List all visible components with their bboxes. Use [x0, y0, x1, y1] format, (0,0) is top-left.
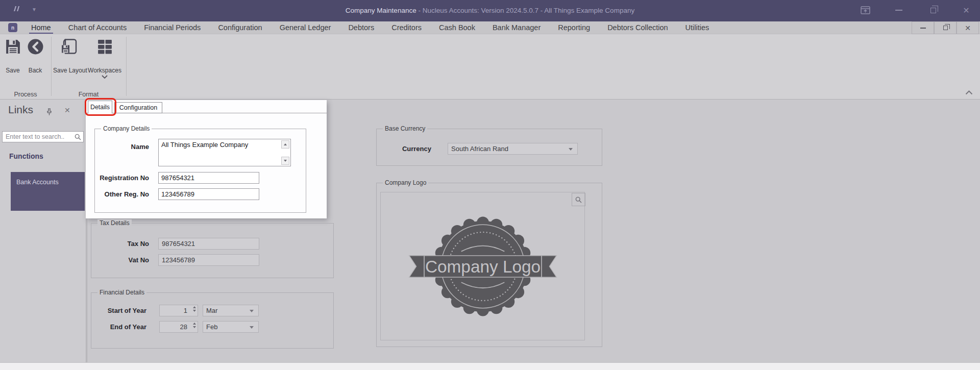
- app-logo-icon: [12, 5, 20, 14]
- tax-details-legend: Tax Details: [97, 219, 132, 227]
- tax-no-label: Tax No: [87, 240, 149, 248]
- vat-no-input[interactable]: 123456789: [158, 254, 259, 266]
- ribbon-tab-reporting[interactable]: Reporting: [549, 21, 599, 34]
- spin-up-icon[interactable]: [193, 306, 196, 308]
- ribbon-tab-general-ledger[interactable]: General Ledger: [271, 21, 340, 34]
- pin-icon[interactable]: [46, 108, 53, 118]
- registration-no-input[interactable]: 987654321: [158, 172, 259, 184]
- close-window-button[interactable]: ✕: [961, 4, 972, 16]
- spin-down-icon[interactable]: [193, 310, 196, 312]
- company-name-input[interactable]: All Things Example Company: [158, 139, 291, 166]
- links-search-input[interactable]: [2, 131, 84, 142]
- ribbon-body: Save Back Save Layout Workspaces Process…: [0, 34, 980, 100]
- spin-up-icon[interactable]: [193, 323, 196, 325]
- ribbon-tab-cash-book[interactable]: Cash Book: [430, 21, 484, 34]
- start-month-value: Mar: [206, 307, 217, 314]
- title-bar: Company Maintenance - Nucleus Accounts: …: [0, 0, 980, 21]
- save-layout-icon: [60, 38, 78, 55]
- back-button[interactable]: Back: [24, 38, 46, 74]
- inner-minimize-button[interactable]: [912, 21, 934, 34]
- registration-no-value: 987654321: [161, 174, 194, 182]
- tax-no-value: 987654321: [162, 240, 195, 248]
- start-day-value: 1: [184, 307, 187, 314]
- end-month-value: Feb: [206, 323, 217, 331]
- save-button-label: Save: [1, 67, 24, 74]
- save-layout-button[interactable]: Save Layout: [53, 38, 85, 74]
- ribbon-group-separator: [126, 37, 127, 96]
- registration-no-label: Registration No: [77, 174, 149, 182]
- tab-configuration[interactable]: Configuration: [114, 102, 162, 113]
- company-logo-legend: Company Logo: [383, 179, 428, 187]
- vat-no-value: 123456789: [162, 256, 195, 264]
- inner-restore-button[interactable]: [934, 21, 957, 34]
- minimize-icon: [895, 10, 902, 11]
- scroll-up-button[interactable]: [281, 140, 289, 149]
- other-reg-no-label: Other Reg. No: [77, 190, 149, 198]
- end-of-year-label: End of Year: [79, 323, 146, 331]
- name-label: Name: [87, 143, 149, 151]
- tax-no-input[interactable]: 987654321: [158, 238, 259, 250]
- ribbon-tab-creditors[interactable]: Creditors: [383, 21, 430, 34]
- workspaces-dropdown-chevron[interactable]: [87, 75, 122, 79]
- dropdown-arrow-icon: [250, 326, 254, 329]
- back-button-label: Back: [24, 67, 46, 74]
- ribbon-group-separator: [51, 37, 52, 96]
- title-secondary: - Nucleus Accounts: Version 2024.5.0.7 -…: [416, 7, 634, 14]
- minimize-window-button[interactable]: [893, 4, 904, 16]
- ribbon-tab-financial-periods[interactable]: Financial Periods: [135, 21, 209, 34]
- ribbon-tab-debtors-collection[interactable]: Debtors Collection: [599, 21, 676, 34]
- ribbon-tab-home[interactable]: Home: [22, 21, 60, 34]
- inner-close-button[interactable]: ✕: [957, 21, 979, 34]
- dropdown-arrow-icon: [569, 148, 573, 151]
- window-footer: [0, 362, 980, 370]
- spin-down-icon[interactable]: [193, 326, 196, 328]
- ribbon-tab-configuration[interactable]: Configuration: [209, 21, 271, 34]
- vat-no-label: Vat No: [87, 256, 149, 264]
- other-reg-no-input[interactable]: 123456789: [158, 188, 259, 200]
- back-icon: [27, 38, 44, 55]
- links-panel-title: Links: [8, 104, 33, 116]
- sidebar-item-bank-accounts[interactable]: Bank Accounts: [11, 172, 85, 211]
- workspaces-icon: [96, 38, 113, 55]
- start-month-dropdown[interactable]: Mar: [203, 305, 259, 316]
- other-reg-no-value: 123456789: [161, 190, 194, 198]
- currency-label: Currency: [369, 145, 431, 153]
- tab-details-label: Details: [90, 104, 110, 111]
- tab-configuration-label: Configuration: [119, 104, 157, 111]
- ribbon-tab-chart-of-accounts[interactable]: Chart of Accounts: [60, 21, 135, 34]
- ribbon-group-process: Process: [0, 91, 51, 98]
- company-details-legend: Company Details: [101, 125, 152, 133]
- start-of-year-label: Start of Year: [79, 307, 146, 314]
- app-menu-caret-icon[interactable]: ▼: [32, 7, 37, 12]
- save-button[interactable]: Save: [1, 38, 24, 74]
- end-month-dropdown[interactable]: Feb: [203, 321, 259, 333]
- dock-window-icon: [861, 6, 870, 15]
- workspaces-button-label: Workspaces: [87, 67, 122, 74]
- end-day-spinner[interactable]: 28: [159, 321, 198, 333]
- dock-window-button[interactable]: [860, 4, 871, 16]
- company-name-value: All Things Example Company: [161, 141, 248, 149]
- base-currency-legend: Base Currency: [383, 125, 427, 133]
- workspaces-button[interactable]: Workspaces: [87, 38, 122, 79]
- ribbon-tabs: Home Chart of Accounts Financial Periods…: [22, 21, 718, 34]
- tab-details[interactable]: Details: [88, 101, 112, 114]
- ribbon-tab-bank-manager[interactable]: Bank Manager: [484, 21, 549, 34]
- ribbon-tab-debtors[interactable]: Debtors: [339, 21, 383, 34]
- save-icon: [5, 38, 21, 55]
- start-day-spinner[interactable]: 1: [159, 305, 198, 316]
- ribbon-app-icon[interactable]: n: [8, 23, 17, 32]
- ribbon-group-format: Format: [51, 91, 126, 98]
- arrow-up-icon: [284, 143, 287, 145]
- search-icon: [75, 133, 81, 142]
- tax-details-group: Tax Details: [91, 223, 334, 278]
- restore-window-button[interactable]: [927, 4, 938, 16]
- dropdown-arrow-icon: [250, 310, 254, 312]
- links-close-icon[interactable]: ✕: [64, 106, 70, 114]
- scroll-down-button[interactable]: [281, 157, 289, 165]
- currency-dropdown[interactable]: South African Rand: [448, 143, 578, 155]
- ribbon-tab-utilities[interactable]: Utilities: [677, 21, 718, 34]
- ribbon-collapse-button[interactable]: [965, 88, 973, 97]
- arrow-down-icon: [284, 160, 287, 162]
- restore-icon: [930, 8, 936, 13]
- end-day-value: 28: [180, 323, 187, 331]
